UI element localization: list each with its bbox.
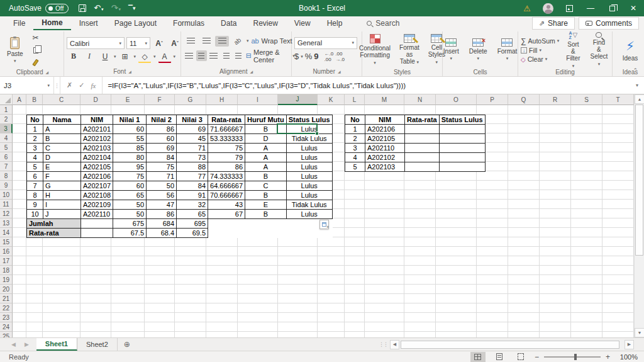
column-header-L[interactable]: L [345,94,365,105]
column-header-A[interactable]: A [13,94,26,105]
new-sheet-button[interactable]: ⊕ [118,338,136,351]
cell-I12[interactable]: B [245,210,287,219]
cell-I10[interactable]: B [245,191,287,200]
cell-H8[interactable]: 74.333333 [208,172,245,181]
cell-D9[interactable]: A202107 [81,181,113,191]
cell-N7[interactable] [405,162,440,172]
grid-body[interactable]: NoNamaNIMNilai 1Nilai 2Nilai 3Rata-rataH… [0,105,634,337]
row-header-12[interactable]: 12 [0,209,13,218]
cell-F14[interactable]: 68.4 [147,229,177,238]
cell-N2[interactable]: Rata-rata [405,115,440,125]
vertical-scroll-thumb[interactable] [635,105,643,256]
cell-B5[interactable]: 3 [27,144,43,153]
cell-L6[interactable]: 4 [345,153,365,162]
cell-E4[interactable]: 55 [113,134,147,144]
customize-qat-button[interactable]: ▔▾ [128,4,135,13]
cell-H4[interactable]: 53.333333 [208,134,245,144]
increase-indent-button[interactable] [233,50,244,61]
currency-button[interactable]: $ [294,52,299,61]
decrease-font-button[interactable]: Aˇ [168,38,182,48]
account-avatar[interactable] [543,3,553,14]
cell-F8[interactable]: 71 [147,172,177,181]
percent-button[interactable]: % [305,52,313,61]
column-header-K[interactable]: K [318,94,345,105]
row-header-23[interactable]: 23 [0,313,13,322]
cell-O7[interactable] [439,162,485,172]
cell-E8[interactable]: 75 [113,172,147,181]
cell-H2[interactable]: Rata-rata [208,115,245,125]
cell-N4[interactable] [405,134,440,144]
font-dialog-launcher[interactable]: ◢ [128,69,131,74]
cell-J9[interactable]: Lulus [286,181,332,191]
tab-review[interactable]: Review [245,16,286,30]
normal-view-button[interactable] [470,352,486,362]
cell-C11[interactable]: I [43,200,81,210]
row-header-8[interactable]: 8 [0,171,13,181]
row-header-25[interactable]: 25 [0,332,13,337]
cell-F10[interactable]: 56 [147,191,177,200]
tab-formulas[interactable]: Formulas [165,16,213,30]
cell-G2[interactable]: Nilai 3 [177,115,208,125]
cell-D2[interactable]: NIM [81,115,113,125]
column-header-C[interactable]: C [43,94,80,105]
cell-H6[interactable]: 79 [208,153,245,162]
cell-M6[interactable]: A202102 [365,153,405,162]
clear-button[interactable]: ◇Clear▾ [521,55,559,63]
align-left-button[interactable] [184,50,194,61]
selected-cell-outline[interactable] [277,123,318,134]
collapse-ribbon-button[interactable]: ⌃ [633,67,638,74]
share-button[interactable]: ⇗Share [532,17,575,30]
align-right-button[interactable] [209,50,219,61]
cell-C7[interactable]: E [43,162,81,172]
cell-C4[interactable]: B [43,134,81,144]
horizontal-scrollbar[interactable]: ⋮⋮ ◀ ▶ [376,338,644,351]
cell-D13[interactable] [81,219,113,229]
cell-I11[interactable]: E [245,200,287,210]
restore-button[interactable] [601,0,623,16]
align-middle-button[interactable] [199,36,213,47]
clipboard-dialog-launcher[interactable]: ◢ [46,70,49,74]
column-header-T[interactable]: T [602,94,634,105]
row-header-9[interactable]: 9 [0,181,13,190]
cell-O3[interactable] [439,125,485,134]
font-size-combo[interactable]: 11▾ [126,37,150,49]
font-color-button[interactable]: A [158,51,172,62]
align-center-button[interactable] [196,50,207,61]
cell-G12[interactable]: 65 [177,210,208,219]
scroll-left-button[interactable]: ◀ [390,340,399,349]
column-header-D[interactable]: D [80,94,111,105]
cell-D12[interactable]: A202110 [81,210,113,219]
cell-G5[interactable]: 71 [177,144,208,153]
cell-G13[interactable]: 695 [177,219,208,229]
cancel-entry-button[interactable]: ✗ [67,81,72,89]
cell-G6[interactable]: 73 [177,153,208,162]
autosave-toggle[interactable]: AutoSave Off [9,4,69,13]
row-header-14[interactable]: 14 [0,228,13,237]
cell-O6[interactable] [439,153,485,162]
cell-O4[interactable] [439,134,485,144]
cell-H11[interactable]: 43 [208,200,245,210]
increase-font-button[interactable]: Aˆ [152,38,166,48]
cell-D8[interactable]: A202106 [81,172,113,181]
cell-G11[interactable]: 32 [177,200,208,210]
cell-C10[interactable]: H [43,191,81,200]
column-header-G[interactable]: G [175,94,206,105]
column-header-M[interactable]: M [365,94,404,105]
fill-button[interactable]: ↓Fill▾ [521,47,559,54]
name-box-splitter[interactable]: ⋮ [54,77,60,94]
cell-N6[interactable] [405,153,440,162]
zoom-slider[interactable] [544,356,601,358]
row-header-22[interactable]: 22 [0,303,13,313]
row-header-1[interactable]: 1 [0,105,13,115]
cell-E9[interactable]: 60 [113,181,147,191]
auto-fill-options-button[interactable] [319,220,329,229]
scroll-down-button[interactable]: ▼ [635,328,644,337]
cell-D7[interactable]: A202105 [81,162,113,172]
align-bottom-button[interactable] [215,36,229,47]
conditional-formatting-button[interactable]: ConditionalFormatting ▾ [356,32,394,67]
cell-C12[interactable]: J [43,210,81,219]
cell-F3[interactable]: 86 [147,125,177,134]
row-header-18[interactable]: 18 [0,266,13,275]
borders-caret-icon[interactable]: ▾ [134,54,136,59]
scroll-up-button[interactable]: ▲ [635,94,644,104]
